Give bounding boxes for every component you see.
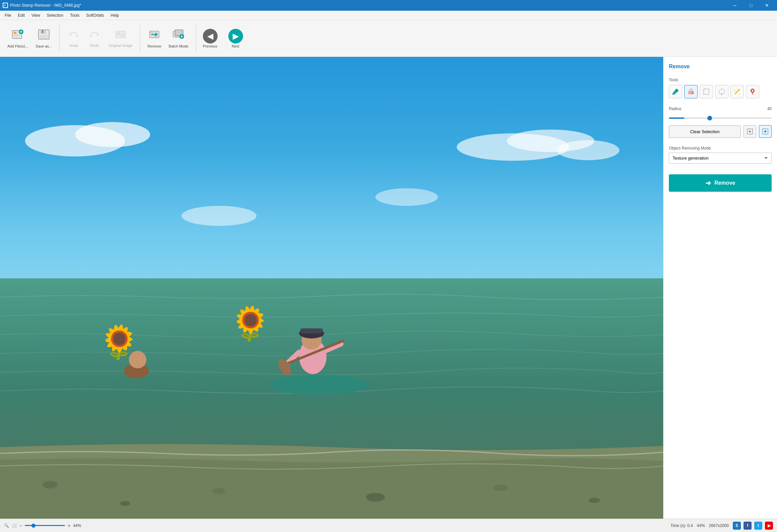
- zoom-fit-icon[interactable]: 🔍: [4, 523, 9, 528]
- batch-mode-icon: [172, 28, 184, 43]
- svg-rect-49: [688, 91, 691, 94]
- svg-point-23: [75, 122, 150, 147]
- close-button[interactable]: ✕: [760, 0, 774, 11]
- remove-arrow-icon: ➜: [705, 179, 711, 187]
- svg-text:✦: ✦: [734, 89, 736, 92]
- redo-label: Redo: [90, 43, 99, 48]
- save-as-icon: [38, 28, 50, 43]
- title-bar: P Photo Stamp Remover - IMG_0486.jpg* ─ …: [0, 0, 777, 11]
- object-removing-mode-label: Object Removing Mode: [669, 146, 772, 151]
- window-controls: ─ □ ✕: [727, 0, 774, 11]
- sun-emoji-2: 🌻: [230, 304, 271, 343]
- menu-help[interactable]: Help: [107, 12, 123, 19]
- maximize-button[interactable]: □: [744, 0, 758, 11]
- status-left: 🔍 ⬜ − + 44%: [4, 523, 81, 528]
- remove-button[interactable]: Remove: [144, 23, 165, 54]
- redo-icon: [89, 29, 100, 42]
- magic-wand-tool-button[interactable]: ✦ ✦: [730, 85, 744, 98]
- next-circle-icon: ▶: [228, 29, 243, 43]
- svg-point-52: [738, 89, 740, 91]
- add-files-button[interactable]: Add File(s)...: [4, 23, 31, 54]
- svg-point-46: [589, 498, 600, 503]
- svg-point-43: [213, 488, 225, 494]
- menu-bar: File Edit View Selection Tools SoftOrbit…: [0, 11, 777, 20]
- menu-edit[interactable]: Edit: [14, 12, 28, 19]
- menu-softorbits[interactable]: SoftOrbits: [83, 12, 107, 19]
- svg-rect-4: [14, 34, 20, 35]
- eraser-tool-button[interactable]: [684, 85, 698, 98]
- minimize-button[interactable]: ─: [727, 0, 742, 11]
- svg-point-45: [493, 485, 508, 491]
- undo-icon: [68, 29, 79, 42]
- toolbar-sep-2: [140, 25, 140, 52]
- svg-rect-13: [116, 31, 125, 38]
- svg-rect-34: [300, 328, 323, 333]
- stamp-tool-button[interactable]: [746, 85, 759, 98]
- svg-point-42: [120, 501, 130, 506]
- undo-label: Undo: [69, 43, 78, 48]
- clear-selection-row: Clear Selection: [669, 125, 772, 138]
- radius-value: 40: [767, 106, 772, 111]
- svg-point-27: [181, 206, 256, 226]
- menu-selection[interactable]: Selection: [44, 12, 67, 19]
- remove-label: Remove: [148, 44, 161, 48]
- original-image-button[interactable]: Original Image: [105, 23, 136, 54]
- previous-nav-button[interactable]: ◀ Previous: [200, 27, 220, 50]
- svg-text:✦: ✦: [738, 93, 740, 95]
- brush-tool-button[interactable]: [669, 85, 682, 98]
- tools-label: Tools: [669, 78, 772, 82]
- twitter-icon[interactable]: t: [754, 522, 762, 530]
- rect-select-tool-button[interactable]: [700, 85, 713, 98]
- next-nav-button[interactable]: ▶ Next: [226, 27, 246, 50]
- previous-label: Previous: [203, 44, 217, 48]
- svg-rect-11: [42, 30, 43, 33]
- toolbar-sep-3: [196, 25, 196, 52]
- redo-button[interactable]: Redo: [84, 23, 104, 54]
- selection-mode-button-1[interactable]: [744, 125, 756, 138]
- save-as-label: Save as...: [35, 44, 52, 48]
- radius-slider[interactable]: [669, 117, 772, 119]
- remove-action-label: Remove: [714, 180, 735, 186]
- remove-action-button[interactable]: ➜ Remove: [669, 174, 772, 192]
- svg-point-56: [752, 90, 754, 92]
- selection-mode-button-2[interactable]: [759, 125, 772, 138]
- previous-circle-icon: ◀: [203, 29, 218, 43]
- zoom-slider[interactable]: [25, 525, 65, 526]
- undo-button[interactable]: Undo: [64, 23, 84, 54]
- selection-icon[interactable]: ⬜: [12, 523, 17, 528]
- save-as-button[interactable]: Save as...: [32, 23, 55, 54]
- batch-mode-label: Batch Mode: [169, 44, 188, 48]
- svg-text:P: P: [4, 4, 6, 7]
- menu-tools[interactable]: Tools: [67, 12, 83, 19]
- facebook-icon[interactable]: f: [744, 522, 752, 530]
- canvas-area[interactable]: 🌻 🌻: [0, 57, 663, 519]
- lasso-tool-button[interactable]: [715, 85, 728, 98]
- time-display: Time (s): 0.4: [671, 523, 693, 528]
- zoom-out-icon[interactable]: −: [19, 523, 22, 528]
- svg-rect-5: [14, 36, 18, 36]
- svg-rect-21: [0, 57, 663, 285]
- youtube-icon[interactable]: ▶: [765, 522, 773, 530]
- app-icon: P: [3, 3, 8, 8]
- menu-file[interactable]: File: [1, 12, 14, 19]
- scene-container: 🌻 🌻: [0, 57, 663, 519]
- original-image-icon: [115, 29, 126, 42]
- remove-icon: [148, 28, 160, 43]
- clear-selection-button[interactable]: Clear Selection: [669, 125, 741, 138]
- svg-point-41: [43, 481, 58, 488]
- menu-view[interactable]: View: [28, 12, 44, 19]
- svg-point-30: [269, 375, 369, 395]
- svg-rect-3: [14, 32, 16, 34]
- zoom-in-icon[interactable]: +: [68, 523, 70, 528]
- panel-title: Remove: [669, 64, 772, 70]
- svg-point-26: [557, 140, 619, 160]
- add-files-label: Add File(s)...: [7, 44, 28, 48]
- object-removing-mode-dropdown[interactable]: Texture generation Content aware fill Bl…: [669, 153, 772, 164]
- add-files-icon: [12, 28, 24, 43]
- svg-rect-63: [765, 131, 766, 132]
- softorbits-icon[interactable]: S: [733, 522, 741, 530]
- batch-mode-button[interactable]: Batch Mode: [165, 23, 192, 54]
- radius-label: Radius: [669, 106, 681, 111]
- sun-emoji-1: 🌻: [99, 323, 140, 362]
- svg-point-44: [366, 493, 385, 502]
